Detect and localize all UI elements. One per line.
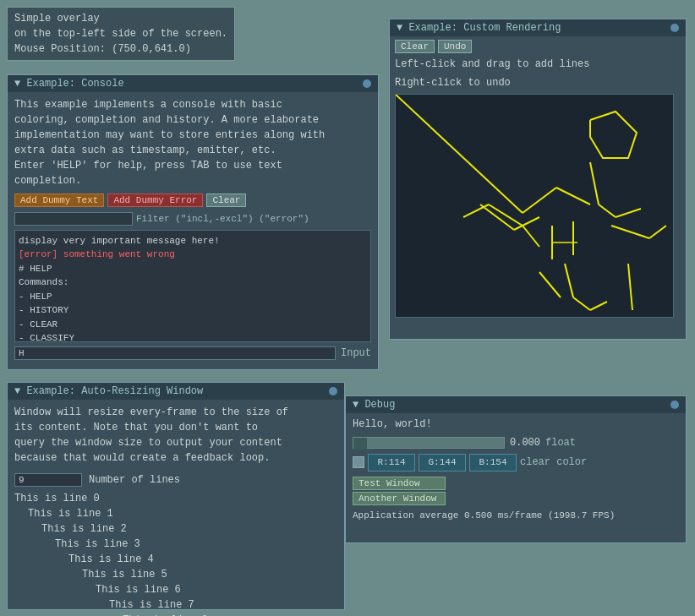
list-item: This is line 6 xyxy=(14,582,337,597)
svg-line-6 xyxy=(599,204,616,217)
svg-line-7 xyxy=(616,209,641,217)
overlay-line2: on the top-left side of the screen. xyxy=(14,26,227,41)
debug-title-bar: ▼ Debug xyxy=(346,396,686,413)
svg-line-5 xyxy=(590,162,599,204)
float-value: 0.000 xyxy=(510,435,540,450)
list-item: This is line 5 xyxy=(14,567,337,582)
input-label: Input xyxy=(341,346,371,361)
g-value: G:144 xyxy=(419,454,466,472)
svg-line-8 xyxy=(463,204,489,217)
rendering-window: ▼ Example: Custom Rendering Clear Undo L… xyxy=(389,19,687,340)
debug-circle-decoration xyxy=(670,401,679,409)
add-dummy-text-button[interactable]: Add Dummy Text xyxy=(14,194,104,207)
drawing-canvas-svg xyxy=(396,95,674,318)
list-item: This is line 7 xyxy=(14,597,337,613)
autoresize-content: Window will resize every-frame to the si… xyxy=(8,400,344,616)
fps-text: Application average 0.500 ms/frame (1998… xyxy=(353,509,679,523)
svg-line-2 xyxy=(556,188,590,204)
svg-line-10 xyxy=(523,226,539,247)
filter-bar: Filter ("incl,-excl") ("error") xyxy=(14,212,371,226)
svg-line-20 xyxy=(628,264,632,310)
autoresize-title-text: ▼ Example: Auto-Resizing Window xyxy=(14,385,203,397)
list-item: This is line 1 xyxy=(14,506,337,521)
console-circle-decoration xyxy=(363,79,371,88)
rendering-buttons-bar: Clear Undo xyxy=(395,40,681,53)
rendering-content: Clear Undo Left-click and drag to add li… xyxy=(390,36,686,321)
overlay-line1: Simple overlay xyxy=(14,11,227,26)
console-title-bar: ▼ Example: Console xyxy=(8,75,378,92)
clear-color-label: clear color xyxy=(520,455,587,470)
list-item: This is line 4 xyxy=(14,552,337,567)
svg-line-14 xyxy=(611,226,649,238)
log-entry: - HELP xyxy=(19,290,367,304)
autoresize-description: Window will resize every-frame to the si… xyxy=(14,405,337,466)
list-item: This is line 0 xyxy=(14,491,337,506)
log-entry: # HELP xyxy=(19,262,367,276)
console-clear-button[interactable]: Clear xyxy=(206,194,246,207)
console-log[interactable]: display very important message here! [er… xyxy=(14,230,371,343)
svg-line-1 xyxy=(523,188,556,213)
float-row: 0.000 float xyxy=(353,435,679,450)
rendering-title-bar: ▼ Example: Custom Rendering xyxy=(390,19,686,36)
filter-input[interactable] xyxy=(14,212,133,226)
svg-line-0 xyxy=(396,95,523,213)
rendering-title-text: ▼ Example: Custom Rendering xyxy=(397,22,561,34)
rendering-canvas[interactable] xyxy=(395,94,674,318)
console-input-field[interactable] xyxy=(14,346,336,360)
console-window: ▼ Example: Console This example implemen… xyxy=(7,74,379,370)
rendering-info-line1: Left-click and drag to add lines xyxy=(395,57,681,72)
console-content: This example implements a console with b… xyxy=(8,92,378,366)
autoresize-circle-decoration xyxy=(329,387,337,395)
debug-hello-text: Hello, world! xyxy=(353,417,679,432)
list-item: This is line 3 xyxy=(14,537,337,552)
overlay-panel: Simple overlay on the top-left side of t… xyxy=(7,7,235,61)
num-lines-input[interactable] xyxy=(14,473,82,487)
log-entry: display very important message here! xyxy=(19,234,367,248)
log-entry: - CLASSIFY xyxy=(19,331,367,342)
rendering-circle-decoration xyxy=(670,24,679,32)
debug-title-text: ▼ Debug xyxy=(353,399,395,411)
num-lines-label: Number of lines xyxy=(89,472,180,488)
r-value: R:114 xyxy=(368,454,415,472)
overlay-mouse-pos: Mouse Position: (750.0,641.0) xyxy=(14,41,227,57)
float-slider-thumb xyxy=(353,438,367,450)
svg-line-19 xyxy=(539,272,561,297)
list-item: This is line 2 xyxy=(14,521,337,537)
log-entry: [error] something went wrong xyxy=(19,248,367,262)
input-bar: Input xyxy=(14,346,371,361)
color-row: R:114 G:144 B:154 clear color xyxy=(353,454,679,472)
console-title-text: ▼ Example: Console xyxy=(14,78,124,90)
svg-line-16 xyxy=(565,264,573,297)
float-label: float xyxy=(545,435,576,450)
filter-label: Filter ("incl,-excl") ("error") xyxy=(136,212,309,226)
color-swatch xyxy=(353,456,364,468)
add-dummy-error-button[interactable]: Add Dummy Error xyxy=(107,194,203,207)
debug-content: Hello, world! 0.000 float R:114 G:144 B:… xyxy=(346,413,686,526)
autoresize-title-bar: ▼ Example: Auto-Resizing Window xyxy=(8,383,344,400)
svg-line-18 xyxy=(590,302,607,310)
b-value: B:154 xyxy=(469,454,517,472)
log-entry: Commands: xyxy=(19,275,367,290)
debug-buttons-group: Test Window Another Window xyxy=(353,477,679,505)
test-window-button[interactable]: Test Window xyxy=(353,477,446,490)
float-slider[interactable] xyxy=(353,437,505,449)
autoresize-window: ▼ Example: Auto-Resizing Window Window w… xyxy=(7,382,345,610)
debug-window: ▼ Debug Hello, world! 0.000 float R:114 … xyxy=(345,395,687,543)
svg-line-15 xyxy=(649,226,666,238)
rendering-info-line2: Right-click to undo xyxy=(395,75,681,90)
list-item: This is line 8 xyxy=(14,613,337,616)
log-entry: - CLEAR xyxy=(19,318,367,332)
console-buttons-bar: Add Dummy Text Add Dummy Error Clear xyxy=(14,194,371,207)
console-description: This example implements a console with b… xyxy=(14,97,371,188)
another-window-button[interactable]: Another Window xyxy=(353,492,446,505)
number-input-row: Number of lines xyxy=(14,472,337,488)
svg-line-17 xyxy=(573,297,590,310)
rendering-clear-button[interactable]: Clear xyxy=(395,40,435,53)
lines-container: This is line 0 This is line 1 This is li… xyxy=(14,491,337,616)
rendering-undo-button[interactable]: Undo xyxy=(438,40,472,53)
log-entry: - HISTORY xyxy=(19,303,367,318)
